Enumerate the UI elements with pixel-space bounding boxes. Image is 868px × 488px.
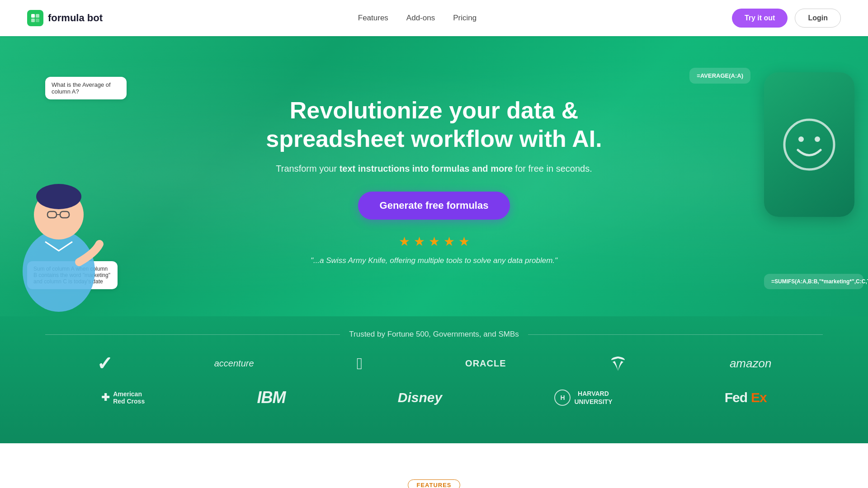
trusted-text: Trusted by Fortune 500, Governments, and…: [349, 330, 519, 339]
svg-rect-0: [31, 14, 35, 18]
logo-amazon: amazon: [730, 357, 772, 371]
phone-mockup: [764, 72, 854, 217]
formula-card-top: =AVERAGE(A:A): [689, 68, 750, 84]
star-2: ★: [414, 234, 425, 249]
hero-section: What is the Average of column A? Sum of …: [0, 36, 868, 316]
logos-row-1: ✓ accenture  ORACLE amazon: [45, 352, 823, 375]
svg-point-4: [23, 230, 95, 312]
logo-apple: : [357, 354, 363, 373]
formula-card-bottom: =SUMIFS(A:A,B:B,"*marketing*",C:C,TODAY(…: [764, 274, 863, 289]
hero-left-illustration: What is the Average of column A? Sum of …: [0, 72, 127, 316]
svg-point-11: [798, 136, 804, 142]
generate-formulas-button[interactable]: Generate free formulas: [358, 192, 510, 220]
hero-subtitle: Transform your text instructions into fo…: [231, 162, 637, 175]
logo-icon: [27, 10, 43, 26]
nav-links: Features Add-ons Pricing: [358, 14, 476, 23]
logo-text: formula bot: [48, 12, 103, 24]
nav-pricing[interactable]: Pricing: [453, 14, 476, 23]
logo-disney: Disney: [398, 390, 442, 405]
nav-actions: Try it out Login: [732, 9, 841, 28]
svg-point-10: [784, 120, 834, 169]
svg-rect-1: [36, 14, 39, 18]
logo-redcross: ✚ AmericanRed Cross: [101, 390, 145, 405]
star-3: ★: [429, 234, 440, 249]
features-section: FEATURES From Problem ››› To Solution 💡: [0, 443, 868, 488]
logo-ibm: IBM: [257, 388, 285, 407]
svg-rect-2: [31, 19, 35, 22]
subtitle-plain2: for free in seconds.: [513, 164, 592, 174]
trusted-divider: Trusted by Fortune 500, Governments, and…: [45, 330, 823, 339]
subtitle-plain1: Transform your: [276, 164, 339, 174]
star-rating: ★ ★ ★ ★ ★: [231, 234, 637, 249]
chat-bubble-top: What is the Average of column A?: [45, 77, 127, 99]
logo-tesla: [609, 355, 627, 373]
person-illustration: [9, 163, 108, 316]
nav-features[interactable]: Features: [358, 14, 388, 23]
features-badge: FEATURES: [408, 479, 460, 488]
logo-oracle: ORACLE: [465, 358, 506, 369]
logo-harvard: H HARVARDUNIVERSITY: [554, 389, 612, 406]
logo[interactable]: formula bot: [27, 10, 103, 26]
logo-accenture: accenture: [214, 358, 254, 369]
navbar: formula bot Features Add-ons Pricing Try…: [0, 0, 868, 36]
svg-point-12: [815, 136, 820, 142]
trusted-section: Trusted by Fortune 500, Governments, and…: [0, 316, 868, 443]
star-5: ★: [458, 234, 470, 249]
hero-content: Revolutionize your data & spreadsheet wo…: [231, 96, 637, 265]
review-quote: "...a Swiss Army Knife, offering multipl…: [231, 256, 637, 265]
login-button[interactable]: Login: [795, 9, 841, 28]
svg-point-6: [36, 184, 81, 209]
subtitle-bold: text instructions into formulas and more: [340, 164, 513, 174]
nav-addons[interactable]: Add-ons: [406, 14, 435, 23]
logos-row-2: ✚ AmericanRed Cross IBM Disney H HARVARD…: [45, 388, 823, 407]
hero-right-illustration: =AVERAGE(A:A) =SUMIFS(A:A,B:B,"*marketin…: [741, 63, 868, 316]
logo-nike: ✓: [97, 352, 112, 375]
hero-title: Revolutionize your data & spreadsheet wo…: [231, 96, 637, 153]
try-it-out-button[interactable]: Try it out: [732, 9, 788, 28]
star-1: ★: [399, 234, 410, 249]
svg-rect-3: [36, 19, 39, 22]
star-4: ★: [443, 234, 455, 249]
logo-fedex: FedEx: [725, 390, 767, 405]
